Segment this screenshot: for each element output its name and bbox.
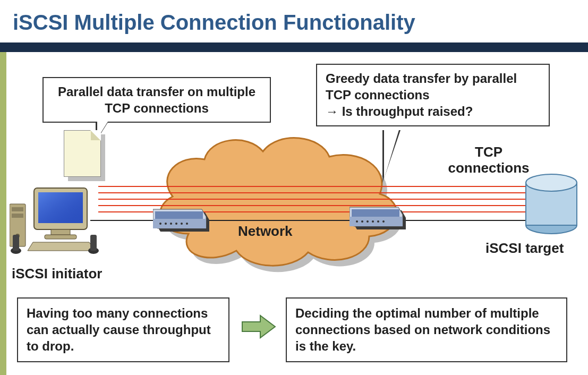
document-icon — [64, 130, 105, 181]
svg-point-9 — [186, 223, 188, 225]
svg-rect-12 — [352, 209, 399, 217]
right-arrow-icon — [240, 313, 277, 340]
svg-point-6 — [170, 223, 172, 225]
iscsi-initiator-label: iSCSI initiator — [12, 266, 102, 282]
svg-marker-37 — [242, 316, 275, 338]
router-left-icon — [153, 205, 211, 235]
svg-point-19 — [382, 220, 385, 223]
slide-title: iSCSI Multiple Connection Functionality — [13, 11, 588, 35]
callout-right-line1: Greedy data transfer by parallel TCP con… — [326, 70, 540, 103]
bottom-note-left: Having too many connections can actually… — [17, 297, 229, 362]
left-accent-bar — [0, 52, 6, 375]
svg-marker-29 — [28, 242, 95, 251]
bottom-right-text: Deciding the optimal number of multiple … — [295, 306, 550, 353]
callout-right-line2: → Is throughput raised? — [326, 103, 540, 120]
svg-point-36 — [526, 174, 577, 191]
bottom-note-right: Deciding the optimal number of multiple … — [286, 297, 567, 362]
svg-point-17 — [372, 220, 374, 223]
svg-rect-21 — [12, 207, 23, 211]
callout-greedy-transfer: Greedy data transfer by parallel TCP con… — [316, 64, 550, 126]
svg-point-15 — [361, 220, 363, 223]
svg-point-4 — [159, 223, 161, 225]
callout-left-text: Parallel data transfer on multiple TCP c… — [58, 84, 255, 115]
svg-point-18 — [377, 220, 379, 223]
slide-title-bar: iSCSI Multiple Connection Functionality — [0, 11, 588, 35]
tcp-connections-label: TCP connections — [446, 144, 531, 176]
svg-rect-2 — [155, 211, 203, 219]
svg-point-7 — [175, 223, 177, 225]
router-right-icon — [350, 203, 408, 233]
callout-parallel-transfer: Parallel data transfer on multiple TCP c… — [42, 77, 271, 123]
svg-point-14 — [356, 220, 358, 223]
svg-point-16 — [367, 220, 369, 223]
svg-rect-28 — [45, 235, 76, 239]
svg-rect-22 — [12, 214, 23, 218]
storage-cylinder-icon — [524, 172, 579, 236]
bottom-left-text: Having too many connections can actually… — [27, 306, 211, 353]
network-label: Network — [238, 223, 293, 240]
iscsi-target-label: iSCSI target — [485, 240, 564, 257]
svg-point-5 — [165, 223, 167, 225]
svg-rect-33 — [90, 235, 97, 251]
desktop-computer-icon — [10, 183, 100, 257]
svg-point-8 — [181, 223, 183, 225]
svg-rect-26 — [38, 192, 83, 223]
svg-rect-27 — [51, 229, 70, 235]
svg-rect-31 — [13, 235, 19, 251]
title-underline — [0, 42, 588, 52]
